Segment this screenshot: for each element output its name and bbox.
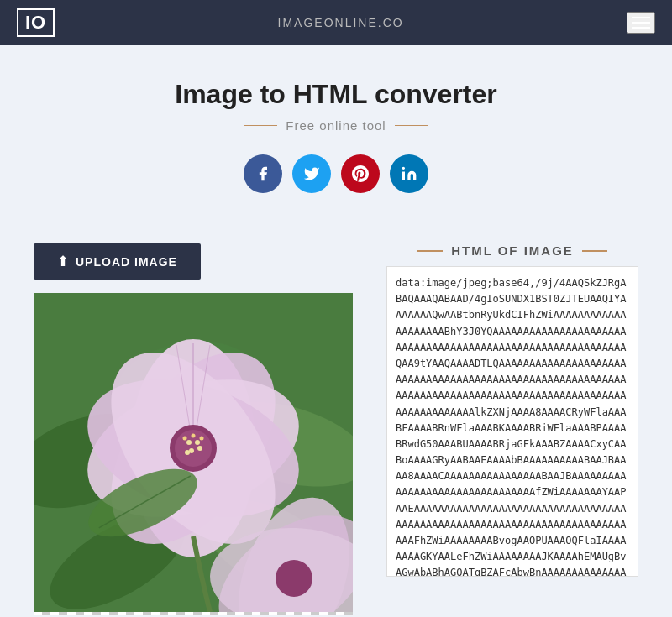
site-title: IMAGEONLINE.CO: [278, 16, 404, 29]
image-preview-area: [34, 293, 353, 615]
svg-point-22: [192, 434, 196, 438]
menu-button[interactable]: [627, 12, 655, 34]
menu-bar-1: [632, 17, 650, 18]
menu-bar-3: [632, 27, 650, 29]
left-panel: ⬆ UPLOAD IMAGE: [34, 243, 361, 615]
hero-subtitle: Free online tool: [17, 118, 655, 133]
navbar: IO IMAGEONLINE.CO: [0, 0, 672, 45]
svg-point-17: [186, 440, 192, 445]
svg-point-24: [183, 437, 187, 441]
twitter-button[interactable]: [292, 154, 331, 193]
svg-point-18: [195, 440, 200, 445]
main-content: ⬆ UPLOAD IMAGE: [0, 227, 672, 617]
twitter-icon: [303, 165, 320, 182]
svg-point-0: [402, 167, 405, 170]
hero-section: Image to HTML converter Free online tool: [0, 45, 672, 227]
linkedin-button[interactable]: [390, 154, 428, 193]
flower-image: [34, 293, 353, 612]
pinterest-button[interactable]: [341, 154, 380, 193]
svg-point-21: [185, 450, 190, 455]
upload-button-label: UPLOAD IMAGE: [76, 255, 177, 269]
menu-bar-2: [632, 22, 650, 24]
svg-point-20: [197, 446, 202, 451]
brand-logo: IO: [17, 8, 55, 37]
upload-button[interactable]: ⬆ UPLOAD IMAGE: [34, 243, 201, 280]
upload-icon: ⬆: [57, 254, 69, 269]
html-panel-title: HTML OF IMAGE: [386, 243, 638, 258]
html-output-textarea[interactable]: [386, 266, 638, 577]
facebook-icon: [255, 165, 271, 182]
pinterest-icon: [352, 165, 369, 182]
svg-point-23: [200, 437, 204, 441]
social-buttons: [17, 154, 655, 193]
linkedin-icon: [401, 165, 417, 182]
facebook-button[interactable]: [244, 154, 282, 193]
right-panel: HTML OF IMAGE: [386, 243, 638, 580]
page-title: Image to HTML converter: [17, 79, 655, 110]
svg-point-28: [276, 560, 312, 597]
